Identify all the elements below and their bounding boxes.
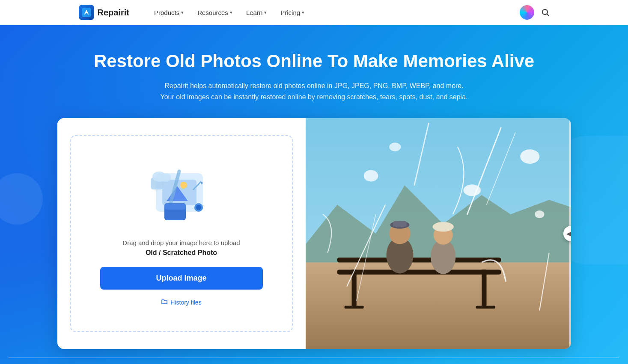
chevron-down-icon: ▾ [181, 10, 184, 15]
chevron-down-icon: ▾ [230, 10, 232, 15]
nav-resources[interactable]: Resources ▾ [191, 6, 238, 19]
hero-title: Restore Old Photos Online To Make Memori… [9, 50, 619, 72]
hero-section: Restore Old Photos Online To Make Memori… [0, 25, 628, 364]
upload-dropzone[interactable]: Drag and drop your image here to upload … [70, 135, 293, 332]
nav-products[interactable]: Products ▾ [148, 6, 190, 19]
logo-icon [79, 5, 94, 20]
footer-bar: Prefer to repair photos locally? Try Rep… [9, 358, 619, 364]
search-button[interactable] [541, 8, 550, 17]
svg-rect-26 [476, 305, 495, 308]
image-divider: ◀▶ [569, 118, 571, 349]
svg-point-7 [180, 182, 187, 189]
svg-point-33 [432, 222, 454, 232]
nav-right [520, 5, 550, 20]
svg-point-11 [159, 173, 171, 182]
svg-point-43 [535, 210, 545, 218]
main-card: Drag and drop your image here to upload … [57, 118, 571, 349]
logo[interactable]: Repairit [79, 5, 129, 20]
history-files-link[interactable]: History files [161, 298, 201, 307]
scene-svg [306, 118, 571, 349]
svg-point-39 [520, 149, 539, 164]
navbar: Repairit Products ▾ Resources ▾ Learn ▾ … [0, 0, 628, 25]
chevron-down-icon: ▾ [302, 10, 304, 15]
hero-subtitle: Repairit helps automatically restore old… [9, 80, 619, 102]
image-container: ◀▶ [306, 118, 571, 349]
svg-point-15 [196, 205, 201, 210]
nav-pricing[interactable]: Pricing ▾ [274, 6, 310, 19]
search-icon [541, 8, 550, 17]
avatar[interactable] [520, 5, 534, 20]
scratched-photo [306, 118, 571, 349]
svg-rect-30 [393, 221, 407, 227]
svg-rect-13 [164, 203, 186, 210]
svg-rect-25 [344, 305, 363, 308]
upload-illustration [143, 160, 220, 229]
svg-point-40 [363, 170, 378, 181]
bg-decoration-left [0, 173, 43, 225]
chevron-down-icon: ▾ [264, 10, 267, 15]
svg-point-1 [86, 12, 87, 13]
preview-panel: ◀▶ [306, 118, 571, 349]
logo-text: Repairit [98, 8, 129, 18]
nav-learn[interactable]: Learn ▾ [240, 6, 273, 19]
drag-drop-text: Drag and drop your image here to upload [122, 239, 240, 246]
svg-point-42 [389, 142, 401, 151]
svg-rect-24 [482, 269, 486, 308]
folder-icon [161, 298, 168, 307]
svg-point-41 [463, 184, 481, 196]
svg-rect-21 [337, 257, 501, 262]
svg-rect-22 [337, 269, 501, 274]
photo-type-label: Old / Scratched Photo [146, 249, 217, 257]
upload-image-button[interactable]: Upload Image [100, 267, 263, 290]
photo-repair-illustration [143, 160, 220, 229]
upload-panel: Drag and drop your image here to upload … [57, 118, 306, 349]
nav-links: Products ▾ Resources ▾ Learn ▾ Pricing ▾ [148, 6, 506, 19]
svg-line-3 [547, 14, 549, 16]
